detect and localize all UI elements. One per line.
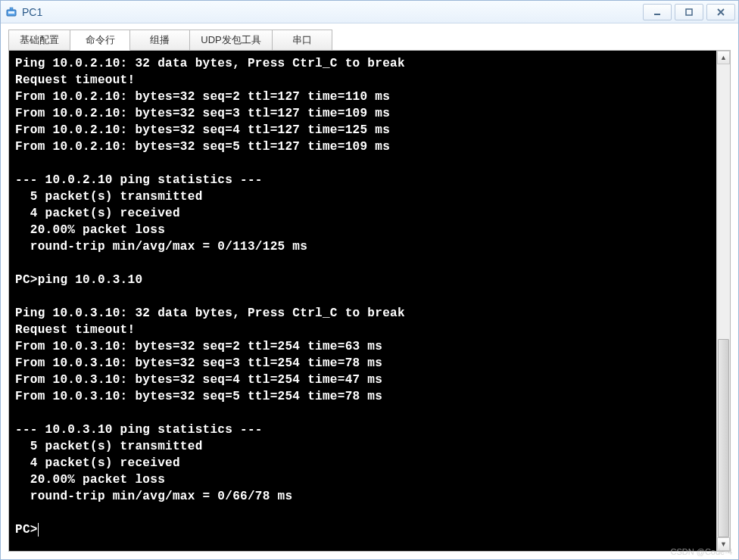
client-area: 基础配置 命令行 组播 UDP发包工具 串口 Ping 10.0.2.10: 3…: [1, 23, 738, 559]
terminal-output[interactable]: Ping 10.0.2.10: 32 data bytes, Press Ctr…: [9, 51, 716, 551]
app-icon: [5, 6, 17, 18]
terminal-container: Ping 10.0.2.10: 32 data bytes, Press Ctr…: [8, 50, 731, 552]
window-title: PC1: [22, 6, 42, 18]
terminal-cursor: [38, 523, 39, 537]
minimize-button[interactable]: [643, 4, 672, 20]
svg-rect-1: [8, 11, 14, 14]
vertical-scrollbar[interactable]: ▲ ▼: [716, 51, 730, 551]
tab-udp-tool[interactable]: UDP发包工具: [189, 30, 273, 51]
scroll-up-button[interactable]: ▲: [717, 51, 730, 64]
scroll-track[interactable]: [717, 64, 730, 537]
svg-rect-4: [686, 9, 692, 15]
scroll-thumb[interactable]: [718, 339, 729, 538]
tab-serial[interactable]: 串口: [272, 30, 332, 51]
titlebar-left: PC1: [5, 6, 42, 18]
maximize-button[interactable]: [675, 4, 703, 20]
tab-basic-config[interactable]: 基础配置: [8, 30, 70, 51]
scroll-down-button[interactable]: ▼: [717, 537, 730, 551]
tab-strip: 基础配置 命令行 组播 UDP发包工具 串口: [8, 30, 731, 51]
titlebar[interactable]: PC1: [1, 1, 738, 23]
tab-command-line[interactable]: 命令行: [70, 30, 130, 51]
close-button[interactable]: [706, 4, 735, 20]
window-controls: [640, 4, 735, 20]
tab-multicast[interactable]: 组播: [129, 30, 190, 51]
svg-rect-2: [10, 8, 13, 10]
app-window: PC1 基础配置 命令行 组播 UDP发包工具 串口 Ping 10.0.2.1…: [0, 0, 739, 560]
